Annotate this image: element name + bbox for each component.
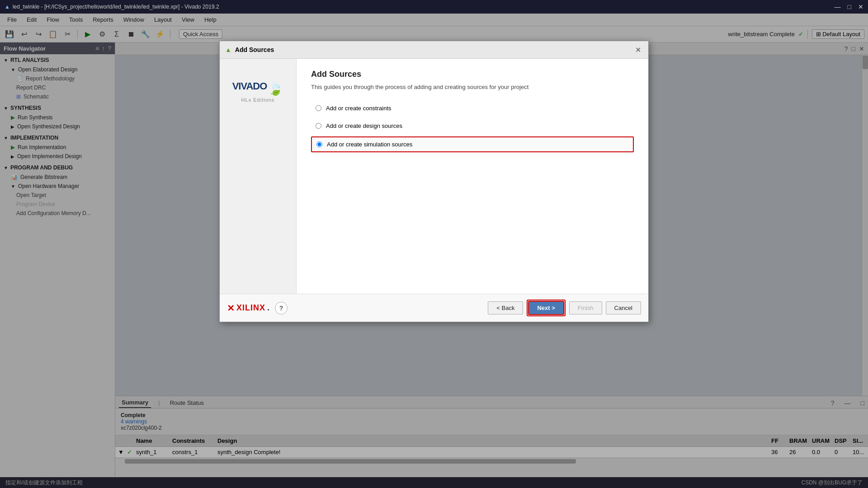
cancel-button[interactable]: Cancel <box>606 301 641 314</box>
minimize-btn[interactable]: — <box>835 3 841 10</box>
dialog-sidebar: VIVADO 🍃 HLx Editions <box>220 59 297 294</box>
vivado-hlx-text: HLx Editions <box>232 97 284 103</box>
xilinx-logo-area: ✕ XILINX . <box>227 303 269 314</box>
radio-constraints[interactable]: Add or create constraints <box>311 101 634 115</box>
dialog-title: ▲ Add Sources <box>225 46 274 53</box>
back-button[interactable]: < Back <box>488 301 523 314</box>
radio-simulation[interactable]: Add or create simulation sources <box>311 136 634 152</box>
radio-design[interactable]: Add or create design sources <box>311 119 634 133</box>
dialog-titlebar: ▲ Add Sources ✕ <box>220 41 648 59</box>
vivado-logo-text: VIVADO <box>232 81 267 91</box>
title-bar: ▲ led_twinkle - [H:/ICSys_project/hellow… <box>0 0 868 14</box>
footer-right: < Back Next > Finish Cancel <box>488 300 641 316</box>
footer-left: ✕ XILINX . ? <box>227 302 288 314</box>
dialog-main-subtitle: This guides you through the process of a… <box>311 84 634 90</box>
close-btn[interactable]: ✕ <box>858 3 863 10</box>
dialog-overlay: ▲ Add Sources ✕ VIVADO 🍃 HLx Editions Ad… <box>0 14 868 488</box>
dialog-main: Add Sources This guides you through the … <box>297 59 648 294</box>
dialog-title-text: Add Sources <box>235 46 274 53</box>
next-button[interactable]: Next > <box>528 301 564 315</box>
simulation-radio-input[interactable] <box>316 141 322 147</box>
xilinx-x-icon: ✕ <box>227 303 235 314</box>
finish-button[interactable]: Finish <box>569 301 602 314</box>
xilinx-logo-text: XILINX <box>236 303 265 313</box>
add-sources-dialog: ▲ Add Sources ✕ VIVADO 🍃 HLx Editions Ad… <box>219 41 649 322</box>
design-radio-label[interactable]: Add or create design sources <box>326 122 402 129</box>
dialog-title-icon: ▲ <box>225 46 231 53</box>
xilinx-dot: . <box>267 303 269 313</box>
dialog-footer: ✕ XILINX . ? < Back Next > Finish Cancel <box>220 294 648 322</box>
simulation-radio-label[interactable]: Add or create simulation sources <box>327 141 412 148</box>
vivado-logo-area: VIVADO 🍃 HLx Editions <box>232 81 284 103</box>
dialog-main-title: Add Sources <box>311 70 634 79</box>
dialog-close-button[interactable]: ✕ <box>633 45 643 55</box>
constraints-radio-label[interactable]: Add or create constraints <box>326 105 392 112</box>
help-button[interactable]: ? <box>275 302 288 314</box>
app-icon: ▲ <box>5 4 10 10</box>
dialog-body: VIVADO 🍃 HLx Editions Add Sources This g… <box>220 59 648 294</box>
vivado-leaf-icon: 🍃 <box>268 81 283 96</box>
next-btn-wrapper: Next > <box>527 300 565 316</box>
title-text: led_twinkle - [H:/ICSys_project/hellowor… <box>13 4 219 10</box>
design-radio-input[interactable] <box>316 123 321 129</box>
maximize-btn[interactable]: □ <box>848 3 851 10</box>
constraints-radio-input[interactable] <box>316 105 321 111</box>
